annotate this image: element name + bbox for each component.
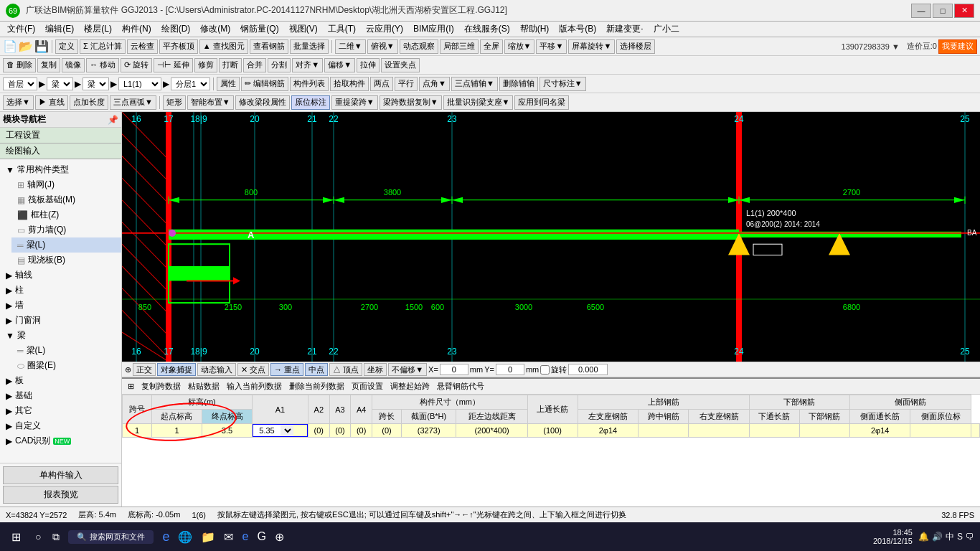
menu-item[interactable]: 绘图(D) xyxy=(157,22,195,37)
build-button[interactable]: 我要建议 xyxy=(938,39,977,54)
dynamic-obs-button[interactable]: 动态观察 xyxy=(400,39,438,54)
re-extract-span-button[interactable]: 重提梁跨▼ xyxy=(331,95,378,110)
rotate-checkbox[interactable] xyxy=(540,365,550,375)
view-rebar-button[interactable]: 查看钢筋 xyxy=(250,39,288,54)
flat-top-button[interactable]: 平齐板顶 xyxy=(159,39,198,54)
taskbar-chrome[interactable]: 🌐 xyxy=(175,527,195,547)
sidebar-item-col-group[interactable]: ▶柱 xyxy=(0,283,121,298)
sidebar-item-shear-wall[interactable]: ▭剪力墙(Q) xyxy=(11,222,121,237)
taskbar-google[interactable]: G xyxy=(254,527,268,546)
sidebar-section-project[interactable]: 工程设置 xyxy=(0,128,121,143)
select-floor-button[interactable]: 选择楼层 xyxy=(616,39,655,54)
rect-button[interactable]: 矩形 xyxy=(163,95,186,110)
menu-item[interactable]: 钢筋量(Q) xyxy=(236,22,283,37)
sidebar-item-common[interactable]: ▼ 常用构件类型 xyxy=(0,162,121,177)
menu-item[interactable]: 工具(T) xyxy=(324,22,360,37)
rotate-input[interactable] xyxy=(568,364,608,375)
parallel-button[interactable]: 平行 xyxy=(395,77,418,91)
in-situ-label-button[interactable]: 原位标注 xyxy=(291,95,330,110)
delete-col-data[interactable]: 删除当前列数据 xyxy=(286,380,347,392)
search-button[interactable]: ○ xyxy=(32,528,44,545)
batch-select-button[interactable]: 批量选择 xyxy=(290,39,329,54)
no-offset-button[interactable]: 不偏移▼ xyxy=(388,363,427,376)
taskbar-folder[interactable]: 📁 xyxy=(198,527,218,547)
del-aux-button[interactable]: 删除辅轴 xyxy=(499,77,538,91)
taskbar-edge[interactable]: e xyxy=(239,527,251,546)
rotate-edit-button[interactable]: ⟳ 旋转 xyxy=(121,58,152,72)
sidebar-item-cad-group[interactable]: ▶ CAD识别 NEW xyxy=(0,433,121,448)
input-col-data[interactable]: 输入当前列数据 xyxy=(224,380,285,392)
merge-button[interactable]: 合并 xyxy=(243,58,266,72)
minimize-button[interactable]: — xyxy=(911,4,931,18)
apply-same-name-button[interactable]: 应用到同名梁 xyxy=(514,95,569,110)
component-list-button[interactable]: 构件列表 xyxy=(290,77,329,91)
sidebar-item-wall-group[interactable]: ▶墙 xyxy=(0,298,121,313)
dynamic-input-button[interactable]: 动态输入 xyxy=(197,363,236,376)
sidebar-pin[interactable]: 📌 xyxy=(108,115,118,125)
mirror-button[interactable]: 镜像 xyxy=(62,58,85,72)
copy-span-data-button[interactable]: 梁跨数据复制▼ xyxy=(380,95,442,110)
menu-item[interactable]: 在线服务(S) xyxy=(460,22,514,37)
cloud-check-button[interactable]: 云检查 xyxy=(127,39,158,54)
sidebar-item-custom-group[interactable]: ▶自定义 xyxy=(0,418,121,433)
set-grip-button[interactable]: 设置夹点 xyxy=(381,58,420,72)
calc-button[interactable]: Σ 汇总计算 xyxy=(80,39,126,54)
orthogonal-button[interactable]: 正交 xyxy=(133,363,156,376)
layer-select[interactable]: 分层1 xyxy=(171,77,210,90)
sidebar-item-beam[interactable]: ═梁(L) xyxy=(11,237,121,253)
component-type-select[interactable]: 梁 xyxy=(47,77,73,90)
object-snap-button[interactable]: 对象捕捉 xyxy=(157,363,196,376)
sidebar-item-beam-group[interactable]: ▼梁 xyxy=(0,328,121,343)
split-button[interactable]: 分割 xyxy=(268,58,291,72)
vertex-button[interactable]: △ 顶点 xyxy=(329,363,362,376)
sidebar-item-axis[interactable]: ⊞轴网(J) xyxy=(11,177,121,192)
two-point-button[interactable]: 两点 xyxy=(370,77,393,91)
sidebar-section-draw[interactable]: 绘图输入 xyxy=(0,143,121,159)
menu-item[interactable]: 楼层(L) xyxy=(80,22,116,37)
sidebar-item-foundation-group[interactable]: ▶基础 xyxy=(0,388,121,403)
move-button[interactable]: ↔ 移动 xyxy=(86,58,119,72)
search-box[interactable]: 🔍 搜索网页和文件 xyxy=(68,530,154,544)
menu-item[interactable]: BIM应用(I) xyxy=(409,22,458,37)
report-preview-button[interactable]: 报表预览 xyxy=(3,486,118,504)
single-component-button[interactable]: 单构件输入 xyxy=(3,466,118,484)
close-button[interactable]: ✕ xyxy=(954,4,974,18)
sidebar-item-slab[interactable]: ▤现浇板(B) xyxy=(11,253,121,268)
menu-item[interactable]: 广小二 xyxy=(649,22,684,37)
paste-span-data[interactable]: 粘贴数据 xyxy=(185,380,222,392)
coord-button[interactable]: 坐标 xyxy=(364,363,387,376)
center-button[interactable]: 中点 xyxy=(305,363,328,376)
three-arc-button[interactable]: 三点画弧▼ xyxy=(110,95,156,110)
three-point-aux-button[interactable]: 三点辅轴▼ xyxy=(451,77,498,91)
pick-component-button[interactable]: 拾取构件 xyxy=(330,77,369,91)
menu-item[interactable]: 文件(F) xyxy=(3,22,39,37)
stretch-button[interactable]: 拉伸 xyxy=(357,58,380,72)
delete-button[interactable]: 🗑 删除 xyxy=(3,58,36,72)
menu-item[interactable]: 版本号(B) xyxy=(555,22,600,37)
sidebar-item-slab-group[interactable]: ▶板 xyxy=(0,373,121,388)
component-select[interactable]: 梁 xyxy=(83,77,109,90)
menu-item[interactable]: 修改(M) xyxy=(196,22,235,37)
page-setting[interactable]: 页面设置 xyxy=(349,380,386,392)
sidebar-item-other-group[interactable]: ▶其它 xyxy=(0,403,121,418)
align-button[interactable]: 对齐▼ xyxy=(292,58,323,72)
adjust-start-span[interactable]: 调整起始跨 xyxy=(387,380,433,392)
grid-select[interactable]: L1(1) xyxy=(118,77,161,90)
sidebar-item-raft[interactable]: ▦筏板基础(M) xyxy=(11,192,121,207)
pan-button[interactable]: 平移▼ xyxy=(536,39,567,54)
menu-item[interactable]: 云应用(Y) xyxy=(362,22,407,37)
end-elev-select[interactable]: ▼ xyxy=(281,425,293,436)
trim-button[interactable]: 修剪 xyxy=(194,58,217,72)
sidebar-item-axis-group[interactable]: ▶轴线 xyxy=(0,268,121,283)
menu-item[interactable]: 编辑(E) xyxy=(41,22,78,37)
smart-place-button[interactable]: 智能布置▼ xyxy=(187,95,234,110)
taskbar-app6[interactable]: ⊕ xyxy=(272,527,287,547)
point-angle-button[interactable]: 点角▼ xyxy=(419,77,450,91)
rotate-button[interactable]: 屏幕旋转▼ xyxy=(568,39,615,54)
break-button[interactable]: 打断 xyxy=(219,58,242,72)
menu-item[interactable]: 帮助(H) xyxy=(516,22,554,37)
zoom-button[interactable]: 缩放▼ xyxy=(504,39,535,54)
menu-item[interactable]: 构件(N) xyxy=(118,22,156,37)
sidebar-item-ring-beam[interactable]: ⬭圈梁(E) xyxy=(11,358,121,373)
copy-button[interactable]: 复制 xyxy=(37,58,60,72)
